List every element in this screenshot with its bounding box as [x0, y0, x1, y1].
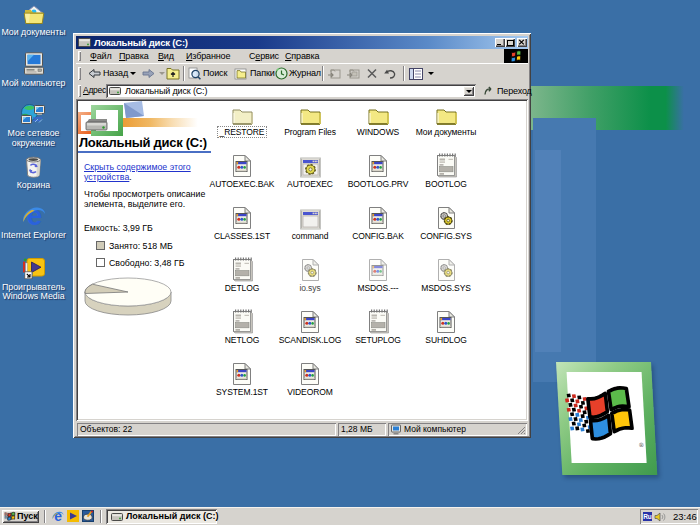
svg-text:e: e	[27, 204, 42, 228]
svg-text:e: e	[54, 510, 62, 522]
